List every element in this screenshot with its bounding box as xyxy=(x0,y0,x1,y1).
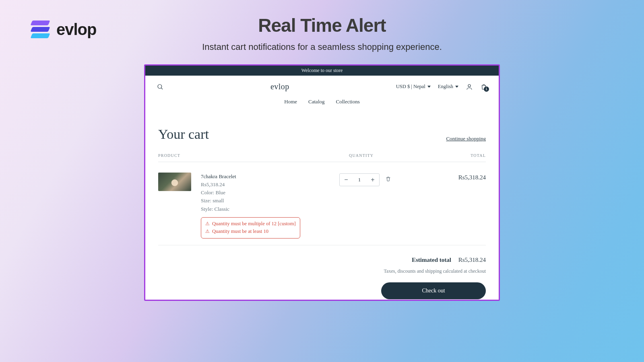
cart-line-item: 7chakra Bracelet Rs5,318.24 Color: Blue … xyxy=(158,162,486,245)
col-quantity: QUANTITY xyxy=(349,153,438,158)
currency-selector-label: USD $ | Nepal xyxy=(396,84,425,90)
product-option-color: Color: Blue xyxy=(201,189,330,197)
cart-body: Your cart Continue shopping PRODUCT QUAN… xyxy=(145,113,499,301)
cart-count-badge: 1 xyxy=(484,86,489,92)
validation-alert-box: ⚠ Quantity must be multiple of 12 [custo… xyxy=(201,217,300,239)
page-title: Your cart xyxy=(158,127,209,142)
svg-line-1 xyxy=(161,88,163,89)
currency-selector[interactable]: USD $ | Nepal xyxy=(396,84,431,90)
svg-point-0 xyxy=(158,84,162,88)
nav-home[interactable]: Home xyxy=(284,99,297,105)
col-total: TOTAL xyxy=(438,153,486,158)
product-option-size: Size: small xyxy=(201,197,330,205)
checkout-button[interactable]: Check out xyxy=(381,282,486,299)
store-logo-text[interactable]: evlop xyxy=(270,82,289,91)
hero-subtitle: Instant cart notifications for a seamles… xyxy=(0,42,644,52)
language-selector[interactable]: English xyxy=(438,84,458,90)
chevron-down-icon xyxy=(455,86,458,88)
store-header: evlop USD $ | Nepal English 1 xyxy=(145,76,499,93)
alert-message-1: Quantity must be multiple of 12 [custom] xyxy=(212,220,296,228)
estimated-total-value: Rs5,318.24 xyxy=(458,257,486,263)
storefront-frame: Welcome to our store evlop USD $ | Nepal… xyxy=(144,64,500,301)
nav-collections[interactable]: Collections xyxy=(336,99,360,105)
cart-footer: Estimated total Rs5,318.24 Taxes, discou… xyxy=(158,257,486,299)
remove-item-button[interactable] xyxy=(385,173,391,182)
account-icon[interactable] xyxy=(466,83,473,90)
estimated-total-label: Estimated total xyxy=(412,257,451,263)
tax-note: Taxes, discounts and shipping calculated… xyxy=(158,268,486,274)
product-name[interactable]: 7chakra Bracelet xyxy=(201,173,330,181)
store-nav: Home Catalog Collections xyxy=(145,93,499,113)
svg-point-2 xyxy=(468,84,471,87)
hero-block: Real Time Alert Instant cart notificatio… xyxy=(0,14,644,52)
hero-title: Real Time Alert xyxy=(0,14,644,36)
product-option-style: Style: Classic xyxy=(201,205,330,213)
chevron-down-icon xyxy=(427,86,431,88)
warning-icon: ⚠ xyxy=(205,220,210,228)
qty-input[interactable] xyxy=(353,177,366,183)
product-price: Rs5,318.24 xyxy=(201,181,330,189)
quantity-stepper: − + xyxy=(339,173,380,186)
announcement-bar: Welcome to our store xyxy=(145,66,499,76)
line-total: Rs5,318.24 xyxy=(438,173,486,239)
search-icon[interactable] xyxy=(157,83,164,90)
nav-catalog[interactable]: Catalog xyxy=(308,99,324,105)
qty-decrement-button[interactable]: − xyxy=(340,173,353,186)
continue-shopping-link[interactable]: Continue shopping xyxy=(446,136,486,142)
cart-column-headers: PRODUCT QUANTITY TOTAL xyxy=(158,153,486,162)
alert-message-2: Quantity must be at least 10 xyxy=(212,228,268,235)
warning-icon: ⚠ xyxy=(205,228,210,235)
cart-icon[interactable]: 1 xyxy=(480,83,487,91)
product-thumbnail[interactable] xyxy=(158,173,191,191)
col-product: PRODUCT xyxy=(158,153,349,158)
language-selector-label: English xyxy=(438,84,453,90)
qty-increment-button[interactable]: + xyxy=(366,173,379,186)
